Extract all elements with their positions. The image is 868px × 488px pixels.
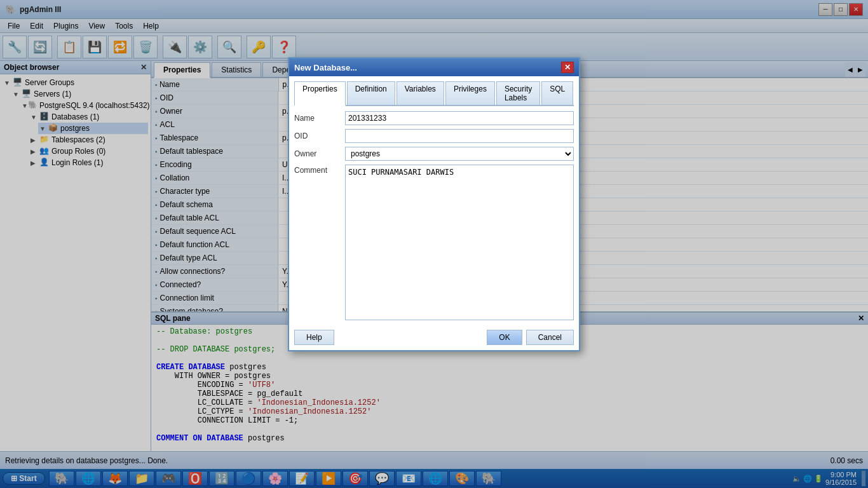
modal-footer: Help OK Cancel bbox=[294, 326, 574, 345]
owner-select[interactable]: postgres bbox=[345, 147, 574, 161]
modal-overlay: New Database... ✕ Properties Definition … bbox=[0, 0, 868, 488]
modal-tab-privileges[interactable]: Privileges bbox=[445, 81, 495, 105]
modal-tab-security-labels[interactable]: Security Labels bbox=[496, 81, 540, 105]
modal-tab-variables[interactable]: Variables bbox=[397, 81, 444, 105]
comment-right: SUCI PURNAMASARI DARWIS bbox=[345, 165, 574, 322]
ok-button[interactable]: OK bbox=[487, 330, 522, 345]
oid-input[interactable] bbox=[345, 129, 574, 143]
name-label: Name bbox=[294, 114, 345, 123]
modal-body: Properties Definition Variables Privileg… bbox=[289, 76, 579, 350]
modal-tab-definition[interactable]: Definition bbox=[347, 81, 395, 105]
new-database-dialog: New Database... ✕ Properties Definition … bbox=[288, 57, 580, 351]
modal-tabs: Properties Definition Variables Privileg… bbox=[294, 81, 574, 106]
comment-wrapper: Comment SUCI PURNAMASARI DARWIS bbox=[294, 165, 574, 322]
modal-close-button[interactable]: ✕ bbox=[561, 62, 574, 73]
comment-textarea[interactable]: SUCI PURNAMASARI DARWIS bbox=[345, 165, 574, 320]
owner-label: Owner bbox=[294, 149, 345, 158]
modal-tab-properties[interactable]: Properties bbox=[294, 81, 346, 106]
owner-row: Owner postgres bbox=[294, 147, 574, 161]
oid-label: OID bbox=[294, 132, 345, 140]
modal-title: New Database... bbox=[294, 63, 357, 72]
modal-title-bar: New Database... ✕ bbox=[289, 58, 579, 76]
cancel-button[interactable]: Cancel bbox=[526, 330, 574, 345]
name-input[interactable] bbox=[345, 111, 574, 125]
name-row: Name bbox=[294, 111, 574, 125]
modal-tab-sql[interactable]: SQL bbox=[541, 81, 573, 105]
oid-row: OID bbox=[294, 129, 574, 143]
help-button[interactable]: Help bbox=[294, 330, 334, 345]
comment-label: Comment bbox=[294, 165, 345, 322]
